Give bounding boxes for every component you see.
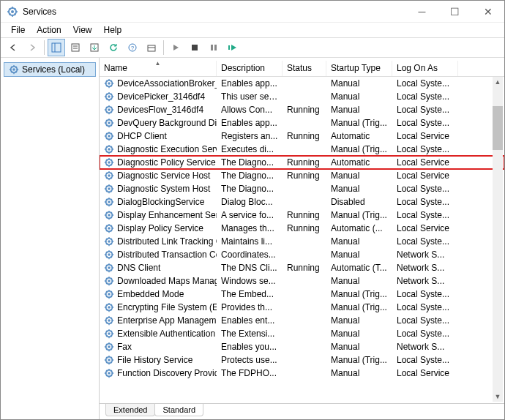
service-name: Display Policy Service xyxy=(117,223,203,233)
service-startup: Manual xyxy=(326,329,392,339)
service-row[interactable]: Diagnostic System HostThe Diagno...Manua… xyxy=(100,182,504,195)
gear-icon xyxy=(104,263,114,273)
service-row[interactable]: Extensible Authentication P...The Extens… xyxy=(100,327,504,340)
service-row[interactable]: Display Policy ServiceManages th...Runni… xyxy=(100,222,504,235)
service-desc: Provides th... xyxy=(217,302,283,312)
service-logon: Network S... xyxy=(392,342,458,352)
gear-icon xyxy=(104,131,114,141)
service-startup: Manual (Trig... xyxy=(326,289,392,299)
show-tree-button[interactable] xyxy=(48,39,65,56)
service-row[interactable]: Diagnostic Policy ServiceThe Diagno...Ru… xyxy=(100,156,504,169)
service-desc: The FDPHO... xyxy=(217,368,283,378)
gear-icon xyxy=(104,91,114,102)
maximize-button[interactable]: ☐ xyxy=(438,1,471,22)
service-row[interactable]: Downloaded Maps ManagerWindows se...Manu… xyxy=(100,274,504,288)
service-row[interactable]: DevQuery Background Disc...Enables app..… xyxy=(100,116,504,130)
main-panel: ▲Name Description Status Startup Type Lo… xyxy=(100,58,504,419)
col-description[interactable]: Description xyxy=(217,61,283,76)
gear-icon xyxy=(104,170,114,181)
help-button[interactable]: ? xyxy=(124,39,141,56)
service-row[interactable]: FaxEnables you...ManualNetwork S... xyxy=(100,340,504,353)
forward-button[interactable] xyxy=(23,39,41,56)
service-row[interactable]: File History ServiceProtects use...Manua… xyxy=(100,353,504,367)
menu-action[interactable]: Action xyxy=(31,23,67,37)
pause-button[interactable] xyxy=(205,39,222,56)
restart-button[interactable] xyxy=(224,39,242,56)
svg-rect-12 xyxy=(192,45,198,50)
service-name: Embedded Mode xyxy=(117,289,184,299)
sort-asc-icon: ▲ xyxy=(155,61,161,67)
scrollbar[interactable]: ▲ ▼ xyxy=(493,77,503,402)
service-name: Diagnostic Policy Service xyxy=(117,157,216,168)
service-startup: Manual xyxy=(326,105,392,115)
service-row[interactable]: Diagnostic Execution ServiceExecutes di.… xyxy=(100,143,504,156)
service-row[interactable]: Embedded ModeThe Embed...Manual (Trig...… xyxy=(100,288,504,301)
properties-button[interactable] xyxy=(67,39,84,56)
service-row[interactable]: DevicePicker_3146df4This user ser...Manu… xyxy=(100,90,504,103)
svg-text:?: ? xyxy=(131,45,135,51)
scroll-up-icon[interactable]: ▲ xyxy=(493,77,503,87)
scroll-thumb[interactable] xyxy=(493,106,503,150)
service-row[interactable]: DHCP ClientRegisters an...RunningAutomat… xyxy=(100,130,504,143)
service-row[interactable]: Distributed Link Tracking Cli...Maintain… xyxy=(100,235,504,248)
service-startup: Manual xyxy=(326,250,392,260)
service-name: Distributed Transaction Co... xyxy=(117,250,217,260)
service-startup: Manual xyxy=(326,184,392,194)
service-row[interactable]: DeviceAssociationBroker_31...Enables app… xyxy=(100,77,504,90)
service-desc: Windows se... xyxy=(217,276,283,286)
back-button[interactable] xyxy=(4,39,22,56)
menu-view[interactable]: View xyxy=(67,23,98,37)
export-button[interactable] xyxy=(86,39,103,56)
tab-extended[interactable]: Extended xyxy=(105,404,155,416)
service-row[interactable]: Display Enhancement ServiceA service fo.… xyxy=(100,209,504,222)
svg-rect-13 xyxy=(211,45,213,50)
service-row[interactable]: Distributed Transaction Co...Coordinates… xyxy=(100,248,504,261)
props2-button[interactable] xyxy=(143,39,160,56)
service-desc: Executes di... xyxy=(217,144,283,154)
sidebar-item-label: Services (Local) xyxy=(22,64,85,75)
sidebar-item-services-local[interactable]: Services (Local) xyxy=(4,62,96,77)
service-name: DevicePicker_3146df4 xyxy=(117,91,205,102)
minimize-button[interactable]: ─ xyxy=(405,1,438,22)
service-row[interactable]: Enterprise App Managemen...Enables ent..… xyxy=(100,314,504,327)
service-desc: The Diagno... xyxy=(217,184,283,194)
service-logon: Local Syste... xyxy=(392,78,458,89)
service-startup: Automatic xyxy=(326,131,392,141)
titlebar: Services ─ ☐ ✕ xyxy=(1,1,504,23)
service-startup: Manual xyxy=(326,78,392,89)
service-row[interactable]: Function Discovery Provide...The FDPHO..… xyxy=(100,367,504,380)
service-name: Diagnostic Service Host xyxy=(117,170,210,181)
close-button[interactable]: ✕ xyxy=(471,1,504,22)
service-row[interactable]: DevicesFlow_3146df4Allows Con...RunningM… xyxy=(100,103,504,116)
menu-help[interactable]: Help xyxy=(98,23,128,37)
service-row[interactable]: Diagnostic Service HostThe Diagno...Runn… xyxy=(100,169,504,182)
col-startup-type[interactable]: Startup Type xyxy=(326,61,392,76)
scroll-down-icon[interactable]: ▼ xyxy=(493,391,503,402)
service-desc: Dialog Bloc... xyxy=(217,197,283,207)
col-log-on-as[interactable]: Log On As xyxy=(392,61,458,76)
service-startup: Disabled xyxy=(326,197,392,207)
service-row[interactable]: DNS ClientThe DNS Cli...RunningAutomatic… xyxy=(100,261,504,274)
service-desc: The Embed... xyxy=(217,289,283,299)
service-status: Running xyxy=(283,223,326,233)
service-logon: Local Service xyxy=(392,157,458,168)
tab-standard[interactable]: Standard xyxy=(154,404,203,416)
service-startup: Manual xyxy=(326,276,392,286)
gear-icon xyxy=(104,210,114,220)
svg-rect-14 xyxy=(214,45,217,50)
gear-icon xyxy=(104,302,114,312)
service-desc: The Extensi... xyxy=(217,329,283,339)
service-row[interactable]: DialogBlockingServiceDialog Bloc...Disab… xyxy=(100,195,504,209)
service-logon: Local Syste... xyxy=(392,210,458,220)
col-status[interactable]: Status xyxy=(283,61,326,76)
stop-button[interactable] xyxy=(186,39,203,56)
service-logon: Network S... xyxy=(392,263,458,273)
service-row[interactable]: Encrypting File System (EFS)Provides th.… xyxy=(100,301,504,314)
col-name[interactable]: ▲Name xyxy=(100,61,217,76)
svg-rect-4 xyxy=(72,44,79,51)
refresh-button[interactable] xyxy=(105,39,122,56)
menu-file[interactable]: File xyxy=(5,23,31,37)
service-name: Distributed Link Tracking Cli... xyxy=(117,236,217,247)
service-startup: Manual xyxy=(326,91,392,102)
play-button[interactable] xyxy=(167,39,184,56)
